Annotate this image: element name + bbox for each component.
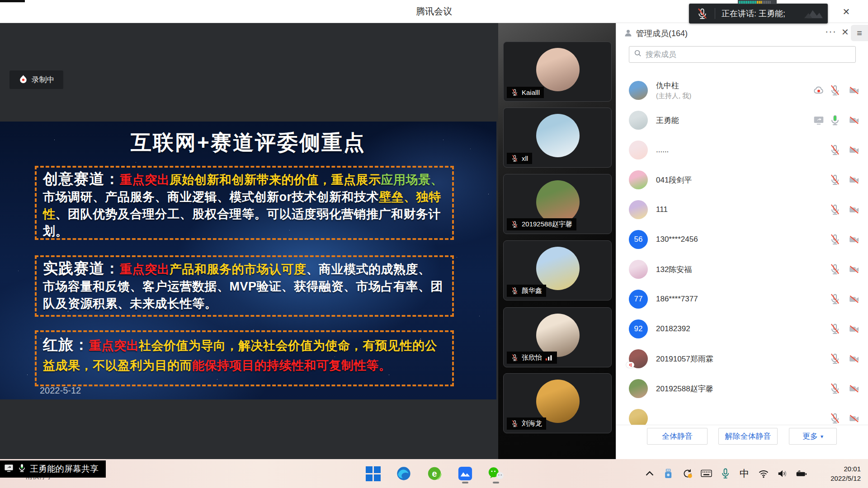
active-mic-icon[interactable]: [829, 114, 841, 126]
slide-text-line: 实践赛道：重点突出产品和服务的市场认可度、商业模式的成熟度、: [43, 260, 446, 278]
member-row[interactable]: 132陈安福: [616, 254, 868, 284]
camera-off-icon[interactable]: [848, 234, 860, 245]
member-name: 132陈安福: [656, 264, 692, 275]
video-thumbnail[interactable]: 颜华鑫: [503, 240, 612, 300]
slide-text-segment: 产品和服务的市场认可度: [170, 263, 307, 276]
muted-mic-icon[interactable]: [829, 383, 841, 394]
member-row[interactable]: [616, 404, 868, 425]
windows-taskbar: ☂ 17°C 雨快停了 e 中 20:01 2022/5/12: [0, 459, 868, 488]
taskbar-clock[interactable]: 20:01 2022/5/12: [830, 464, 861, 483]
screen-share-banner: 王勇能的屏幕共享: [0, 460, 106, 478]
camera-off-icon[interactable]: [848, 144, 860, 156]
panel-more-icon[interactable]: ···: [825, 26, 836, 38]
member-avatar: [629, 141, 648, 160]
keyboard-icon[interactable]: [701, 469, 712, 478]
muted-mic-icon[interactable]: [829, 84, 841, 96]
participant-name: xll: [522, 155, 528, 162]
member-row[interactable]: 77186****7377: [616, 284, 868, 314]
slide-text-segment: 、团队优势及合理分工、股权合理等。可以适度弱化营销推广和财务计: [56, 207, 441, 221]
muted-mic-icon[interactable]: [829, 234, 841, 245]
muted-mic-icon[interactable]: [829, 293, 841, 305]
video-thumbnail[interactable]: xll: [503, 108, 612, 168]
wifi-icon[interactable]: [758, 469, 769, 478]
cloud-recording-icon[interactable]: [813, 84, 825, 96]
member-name: 130****2456: [656, 235, 698, 244]
panel-footer: 全体静音解除全体静音更多▾: [616, 425, 868, 459]
member-avatar: [629, 81, 648, 100]
camera-off-icon[interactable]: [848, 84, 860, 96]
screen-sharing-icon[interactable]: [813, 114, 825, 126]
participant-name-label: 张欣怡: [507, 352, 557, 364]
mute-all-button[interactable]: 全体静音: [647, 428, 708, 445]
participant-avatar: [536, 314, 580, 357]
chevron-up-icon[interactable]: [644, 468, 655, 479]
wechat-icon[interactable]: [487, 465, 505, 483]
system-tray: 中: [644, 459, 807, 488]
member-name: 186****7377: [656, 295, 698, 304]
slide-stars: [0, 122, 0, 122]
network-signal-icon: [545, 355, 553, 361]
member-row[interactable]: 111: [616, 195, 868, 225]
panel-menu-icon[interactable]: ≡: [851, 25, 868, 41]
member-row[interactable]: 仇中柱(主持人, 我): [616, 75, 868, 105]
muted-mic-icon[interactable]: [829, 263, 841, 275]
video-thumbnail[interactable]: 20192588赵宇馨: [503, 174, 612, 234]
member-row[interactable]: ......: [616, 135, 868, 165]
tencent-meeting-icon[interactable]: [457, 465, 474, 483]
member-row[interactable]: 041段剑平: [616, 165, 868, 195]
edge-browser-icon[interactable]: [395, 465, 412, 483]
muted-mic-icon[interactable]: [829, 174, 841, 186]
member-row[interactable]: 20192588赵宇馨: [616, 374, 868, 404]
slide-text-line: 益成果，不以盈利为目的而能保持项目的持续性和可复制性等。: [43, 356, 446, 375]
slide-text-segment: 、商业模式的成熟度、: [307, 263, 431, 276]
camera-off-icon[interactable]: [848, 204, 860, 216]
member-text: 041段剑平: [656, 165, 692, 195]
member-text: 111: [656, 195, 668, 225]
member-avatar: [629, 170, 648, 189]
member-list[interactable]: 仇中柱(主持人, 我)王勇能......041段剑平11156130****24…: [616, 72, 868, 425]
microphone-icon[interactable]: [720, 468, 731, 479]
panel-close-icon[interactable]: ✕: [841, 27, 849, 38]
member-name: 仇中柱: [656, 80, 691, 91]
muted-mic-icon[interactable]: [829, 144, 841, 156]
member-row[interactable]: 王勇能: [616, 105, 868, 135]
windows-start-icon[interactable]: [364, 465, 382, 483]
camera-off-icon[interactable]: [848, 383, 860, 394]
muted-mic-icon[interactable]: [829, 413, 841, 424]
screen-share-icon: [4, 463, 14, 475]
member-search-input[interactable]: 搜索成员: [629, 46, 856, 63]
camera-off-icon[interactable]: [848, 114, 860, 126]
member-row[interactable]: 56130****2456: [616, 225, 868, 254]
video-thumbnail[interactable]: Kaialll: [503, 42, 612, 102]
camera-off-icon[interactable]: [848, 263, 860, 275]
camera-off-icon[interactable]: [848, 293, 860, 305]
member-row[interactable]: 20191057郑雨霖: [616, 344, 868, 374]
unmute-all-button[interactable]: 解除全体静音: [718, 428, 778, 445]
speaking-notification: 正在讲话: 王勇能;: [689, 4, 828, 23]
camera-off-icon[interactable]: [848, 413, 860, 424]
slide-title: 互联网+赛道评委侧重点: [0, 129, 496, 157]
audio-level-bar: [766, 1, 767, 4]
camera-off-icon[interactable]: [848, 323, 860, 335]
speaking-label: 正在讲话: 王勇能;: [722, 8, 785, 19]
audio-level-bar: [750, 1, 751, 4]
taskbar-app-icons: e: [364, 465, 505, 483]
sync-icon[interactable]: [682, 468, 693, 479]
video-thumbnail[interactable]: 张欣怡: [503, 307, 612, 367]
battery-icon[interactable]: [796, 469, 807, 478]
muted-mic-icon: [511, 354, 519, 361]
volume-icon[interactable]: [777, 469, 788, 478]
video-thumbnail[interactable]: 刘海龙: [503, 373, 612, 433]
muted-mic-icon[interactable]: [829, 353, 841, 365]
window-close-icon[interactable]: ✕: [838, 5, 854, 19]
360-browser-icon[interactable]: e: [426, 465, 443, 483]
usb-icon[interactable]: [663, 468, 674, 479]
camera-off-icon[interactable]: [848, 353, 860, 365]
muted-mic-icon[interactable]: [829, 204, 841, 216]
more-button[interactable]: 更多▾: [789, 428, 837, 445]
ime-zh-icon[interactable]: 中: [739, 467, 750, 480]
member-text: 186****7377: [656, 284, 698, 314]
muted-mic-icon[interactable]: [829, 323, 841, 335]
member-row[interactable]: 9220182392: [616, 314, 868, 344]
camera-off-icon[interactable]: [848, 174, 860, 186]
